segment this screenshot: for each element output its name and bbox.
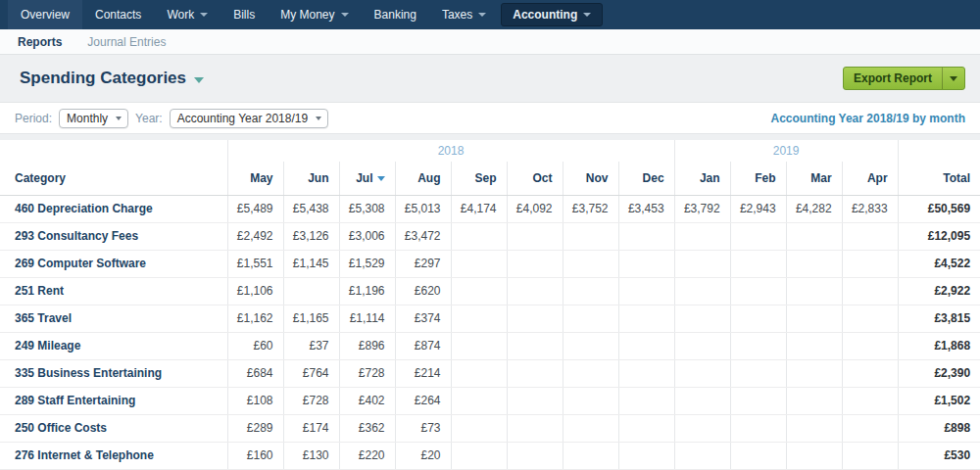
value-cell-jun bbox=[283, 277, 339, 305]
total-cell: £3,815 bbox=[898, 305, 980, 332]
nav-item-work[interactable]: Work bbox=[154, 0, 220, 29]
column-header-total[interactable]: Total bbox=[898, 162, 980, 195]
caret-down-icon bbox=[341, 13, 349, 17]
nav-item-taxes[interactable]: Taxes bbox=[429, 0, 499, 29]
value-cell-jun: £130 bbox=[283, 442, 339, 469]
period-select[interactable]: Monthly bbox=[59, 109, 128, 128]
value-cell-jan bbox=[674, 359, 730, 387]
sort-desc-icon bbox=[377, 176, 385, 181]
category-link-293-consultancy-fees[interactable]: 293 Consultancy Fees bbox=[0, 222, 227, 250]
export-dropdown-toggle[interactable] bbox=[942, 68, 964, 89]
subnav-item-journal-entries[interactable]: Journal Entries bbox=[87, 35, 166, 49]
value-cell-aug: £297 bbox=[395, 250, 451, 277]
value-cell-dec bbox=[618, 250, 674, 277]
value-cell-may: £160 bbox=[227, 442, 283, 469]
total-cell: £1,868 bbox=[898, 332, 980, 359]
top-nav: OverviewContactsWorkBillsMy MoneyBanking… bbox=[0, 0, 980, 29]
value-cell-jun: £5,438 bbox=[283, 195, 339, 222]
value-cell-jul: £362 bbox=[339, 414, 395, 442]
value-cell-feb bbox=[730, 250, 786, 277]
value-cell-dec bbox=[618, 442, 674, 469]
column-header-apr[interactable]: Apr bbox=[842, 162, 898, 195]
value-cell-oct bbox=[507, 277, 563, 305]
value-cell-jul: £3,006 bbox=[339, 222, 395, 250]
subnav-item-reports[interactable]: Reports bbox=[18, 35, 62, 49]
value-cell-apr bbox=[842, 277, 898, 305]
value-cell-jun: £174 bbox=[283, 414, 339, 442]
value-cell-apr bbox=[842, 305, 898, 332]
column-header-mar[interactable]: Mar bbox=[786, 162, 842, 195]
caret-down-icon bbox=[194, 77, 204, 83]
year-select[interactable]: Accounting Year 2018/19 bbox=[170, 109, 328, 128]
value-cell-apr bbox=[842, 250, 898, 277]
value-cell-may: £1,162 bbox=[227, 305, 283, 332]
sub-nav: ReportsJournal Entries bbox=[0, 29, 980, 55]
nav-item-bills[interactable]: Bills bbox=[220, 0, 268, 29]
export-report-label: Export Report bbox=[844, 68, 942, 89]
column-header-feb[interactable]: Feb bbox=[730, 162, 786, 195]
select-arrows-icon bbox=[316, 116, 321, 120]
category-link-289-staff-entertaining[interactable]: 289 Staff Entertaining bbox=[0, 387, 227, 414]
column-header-aug[interactable]: Aug bbox=[395, 162, 451, 195]
value-cell-dec bbox=[618, 414, 674, 442]
value-cell-oct bbox=[507, 222, 563, 250]
value-cell-sep bbox=[451, 250, 507, 277]
year-select-value: Accounting Year 2018/19 bbox=[177, 112, 308, 125]
column-header-jul[interactable]: Jul bbox=[339, 162, 395, 195]
column-header-jan[interactable]: Jan bbox=[674, 162, 730, 195]
export-report-button[interactable]: Export Report bbox=[843, 67, 965, 90]
value-cell-sep bbox=[451, 305, 507, 332]
value-cell-jun: £728 bbox=[283, 387, 339, 414]
value-cell-sep bbox=[451, 442, 507, 469]
column-header-dec[interactable]: Dec bbox=[618, 162, 674, 195]
category-link-365-travel[interactable]: 365 Travel bbox=[0, 305, 227, 332]
category-link-335-business-entertaining[interactable]: 335 Business Entertaining bbox=[0, 359, 227, 387]
value-cell-may: £60 bbox=[227, 332, 283, 359]
column-header-oct[interactable]: Oct bbox=[507, 162, 563, 195]
page-title-dropdown[interactable]: Spending Categories bbox=[20, 69, 204, 88]
value-cell-feb bbox=[730, 387, 786, 414]
caret-down-icon bbox=[478, 13, 486, 17]
category-link-250-office-costs[interactable]: 250 Office Costs bbox=[0, 414, 227, 442]
value-cell-dec: £3,453 bbox=[618, 195, 674, 222]
table-row: 335 Business Entertaining£684£764£728£21… bbox=[0, 359, 980, 387]
category-link-249-mileage[interactable]: 249 Mileage bbox=[0, 332, 227, 359]
value-cell-aug: £73 bbox=[395, 414, 451, 442]
value-cell-aug: £3,472 bbox=[395, 222, 451, 250]
value-cell-feb bbox=[730, 359, 786, 387]
nav-item-overview[interactable]: Overview bbox=[8, 0, 82, 29]
column-header-sep[interactable]: Sep bbox=[451, 162, 507, 195]
value-cell-jan bbox=[674, 387, 730, 414]
value-cell-oct bbox=[507, 305, 563, 332]
value-cell-nov bbox=[563, 222, 618, 250]
category-link-251-rent[interactable]: 251 Rent bbox=[0, 277, 227, 305]
column-header-category[interactable]: Category bbox=[0, 162, 227, 195]
value-cell-mar bbox=[786, 414, 842, 442]
total-cell: £530 bbox=[898, 442, 980, 469]
value-cell-sep bbox=[451, 277, 507, 305]
value-cell-dec bbox=[618, 359, 674, 387]
column-header-may[interactable]: May bbox=[227, 162, 283, 195]
value-cell-feb bbox=[730, 222, 786, 250]
value-cell-jun: £1,145 bbox=[283, 250, 339, 277]
nav-item-banking[interactable]: Banking bbox=[362, 0, 429, 29]
nav-item-accounting[interactable]: Accounting bbox=[501, 3, 603, 26]
column-header-nov[interactable]: Nov bbox=[563, 162, 618, 195]
value-cell-apr bbox=[842, 359, 898, 387]
period-select-value: Monthly bbox=[67, 112, 108, 125]
category-link-269-computer-software[interactable]: 269 Computer Software bbox=[0, 250, 227, 277]
nav-item-contacts[interactable]: Contacts bbox=[82, 0, 154, 29]
total-cell: £50,569 bbox=[898, 195, 980, 222]
category-link-276-internet-telephone[interactable]: 276 Internet & Telephone bbox=[0, 442, 227, 469]
value-cell-jan bbox=[674, 414, 730, 442]
value-cell-sep bbox=[451, 222, 507, 250]
table-row: 276 Internet & Telephone£160£130£220£20£… bbox=[0, 442, 980, 469]
value-cell-aug: £264 bbox=[395, 387, 451, 414]
column-header-jun[interactable]: Jun bbox=[283, 162, 339, 195]
value-cell-may: £684 bbox=[227, 359, 283, 387]
category-link-460-depreciation-charge[interactable]: 460 Depreciation Charge bbox=[0, 195, 227, 222]
value-cell-aug: £20 bbox=[395, 442, 451, 469]
table-row: 250 Office Costs£289£174£362£73£898 bbox=[0, 414, 980, 442]
total-cell: £2,922 bbox=[898, 277, 980, 305]
nav-item-my-money[interactable]: My Money bbox=[268, 0, 361, 29]
